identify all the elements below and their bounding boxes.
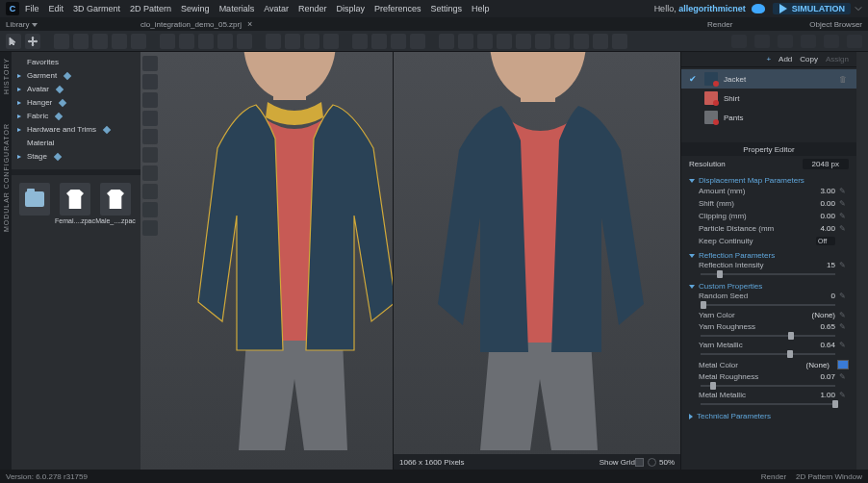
tree-avatar[interactable]: ▸Avatar [17, 83, 135, 96]
slider[interactable] [701, 352, 835, 356]
color-swatch[interactable] [837, 360, 849, 369]
edit-icon[interactable]: ✎ [839, 311, 849, 319]
tool-generic[interactable] [266, 34, 281, 49]
vp-tool[interactable] [142, 56, 158, 71]
menu-sewing[interactable]: Sewing [181, 4, 210, 13]
tool-generic[interactable] [535, 34, 550, 49]
tool-generic[interactable] [410, 34, 425, 49]
tool-generic[interactable] [801, 35, 816, 48]
user-name[interactable]: allegorithmicnet [678, 4, 746, 13]
tool-generic[interactable] [847, 35, 862, 48]
tool-generic[interactable] [285, 34, 300, 49]
edit-icon[interactable]: ✎ [839, 391, 849, 399]
edit-icon[interactable]: ✎ [839, 261, 849, 269]
vp-tool[interactable] [142, 220, 158, 236]
thumb-male-zpac[interactable]: Male_....zpac [98, 183, 133, 224]
slider[interactable] [701, 303, 835, 307]
thumb-folder[interactable] [17, 183, 52, 224]
tool-generic[interactable] [477, 34, 493, 49]
edit-icon[interactable]: ✎ [839, 372, 849, 381]
tool-generic[interactable] [160, 34, 175, 49]
tool-generic[interactable] [391, 34, 406, 49]
slider[interactable] [701, 402, 835, 406]
tool-move[interactable] [25, 34, 40, 49]
menu-2d-pattern[interactable]: 2D Pattern [130, 4, 171, 13]
tool-generic[interactable] [73, 34, 89, 49]
tool-generic[interactable] [458, 34, 473, 49]
tree-hardware-trims[interactable]: ▸Hardware and Trims [17, 123, 135, 137]
add-icon[interactable]: + [766, 55, 771, 64]
menu-preferences[interactable]: Preferences [374, 4, 421, 13]
section-custom-properties[interactable]: Custom Properties [689, 282, 849, 291]
tree-favorites[interactable]: Favorites [17, 56, 135, 69]
tree-hanger[interactable]: ▸Hanger [17, 96, 135, 110]
menu-display[interactable]: Display [337, 4, 366, 13]
edit-icon[interactable]: ✎ [839, 187, 849, 195]
edit-icon[interactable]: ✎ [839, 199, 849, 208]
tool-generic[interactable] [778, 35, 793, 48]
edit-icon[interactable]: ✎ [839, 322, 849, 331]
tool-generic[interactable] [754, 35, 770, 48]
layer-shirt[interactable]: Shirt [681, 89, 856, 108]
layer-pants[interactable]: Pants [681, 108, 856, 127]
vp-tool[interactable] [142, 184, 158, 199]
edit-icon[interactable]: ✎ [839, 212, 849, 220]
tool-generic[interactable] [554, 34, 570, 49]
menu-help[interactable]: Help [472, 4, 490, 13]
zoom-value[interactable]: 50% [659, 458, 675, 467]
tool-generic[interactable] [574, 34, 589, 49]
tool-generic[interactable] [217, 34, 233, 49]
slider[interactable] [701, 334, 835, 338]
edit-icon[interactable]: ✎ [839, 292, 849, 300]
toggle-off[interactable]: Off [816, 237, 835, 245]
menu-file[interactable]: File [25, 4, 39, 13]
prop-value[interactable]: 3.00 [803, 187, 835, 195]
menu-materials[interactable]: Materials [219, 4, 255, 13]
vp-tool[interactable] [142, 165, 158, 181]
menu-avatar[interactable]: Avatar [264, 4, 289, 13]
tree-stage[interactable]: ▸Stage [17, 150, 135, 164]
tool-cursor[interactable] [6, 34, 21, 49]
menu-render[interactable]: Render [298, 4, 327, 13]
tool-generic[interactable] [612, 34, 627, 49]
chevron-down-icon[interactable] [855, 5, 862, 13]
prop-value[interactable]: (None) [797, 361, 830, 369]
edit-icon[interactable]: ✎ [839, 224, 849, 233]
close-tab-icon[interactable]: × [247, 19, 252, 29]
prop-value[interactable]: 0.07 [803, 372, 835, 381]
side-tab-modular-configurator[interactable]: MODULAR CONFIGURATOR [3, 123, 10, 232]
vp-tool[interactable] [142, 147, 158, 163]
3d-viewport[interactable] [140, 52, 393, 470]
tool-generic[interactable] [731, 35, 747, 48]
slider[interactable] [701, 272, 835, 276]
tool-generic[interactable] [112, 34, 127, 49]
show-grid-checkbox[interactable] [635, 458, 644, 467]
prop-value[interactable]: 0.64 [803, 341, 835, 349]
layer-jacket[interactable]: ✔ Jacket 🗑 [681, 69, 856, 89]
menu-settings[interactable]: Settings [431, 4, 463, 13]
prop-value[interactable]: (None) [803, 311, 835, 319]
tool-generic[interactable] [237, 34, 252, 49]
file-tab[interactable]: clo_integration_demo_05.zprj [140, 20, 242, 29]
prop-value[interactable]: 1.00 [803, 391, 835, 399]
zoom-icon[interactable] [648, 458, 656, 467]
add-button[interactable]: Add [779, 55, 792, 64]
visibility-icon[interactable]: ✔ [689, 74, 699, 84]
tree-material[interactable]: Material [17, 137, 135, 150]
library-tab[interactable]: Library [6, 20, 140, 29]
assign-button[interactable]: Assign [826, 55, 849, 64]
prop-value[interactable]: 0.00 [803, 199, 835, 208]
tool-generic[interactable] [593, 34, 608, 49]
edit-icon[interactable]: ✎ [839, 341, 849, 349]
vp-tool[interactable] [142, 129, 158, 144]
tree-garment[interactable]: ▸Garment [17, 69, 135, 83]
status-panel[interactable]: 2D Pattern Window [796, 472, 862, 481]
vp-tool[interactable] [142, 92, 158, 108]
tool-generic[interactable] [179, 34, 194, 49]
tool-generic[interactable] [352, 34, 368, 49]
prop-value[interactable]: 0.00 [803, 212, 835, 220]
delete-icon[interactable]: 🗑 [839, 75, 849, 84]
menu-3d-garment[interactable]: 3D Garment [73, 4, 120, 13]
tool-generic[interactable] [824, 35, 839, 48]
render-tab[interactable]: Render [707, 20, 732, 29]
